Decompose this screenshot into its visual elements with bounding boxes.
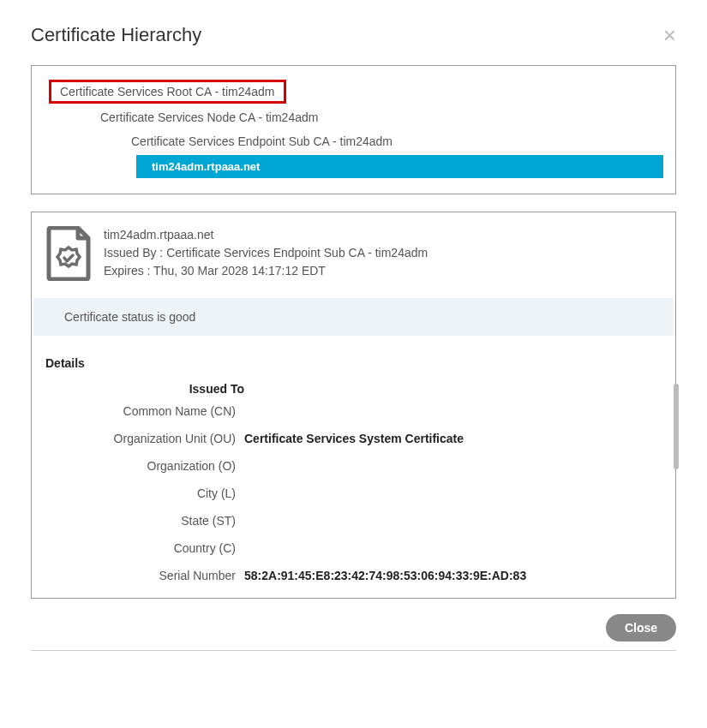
details-scrollbar[interactable]	[674, 384, 679, 469]
field-label: Organization (O)	[47, 459, 244, 473]
close-button[interactable]: Close	[606, 614, 676, 641]
cert-issued-by: Issued By : Certificate Services Endpoin…	[104, 244, 428, 262]
certificate-details-panel: tim24adm.rtpaaa.net Issued By : Certific…	[31, 212, 676, 599]
issued-to-heading: Issued To	[47, 377, 244, 404]
hierarchy-endpoint-sub-ca[interactable]: Certificate Services Endpoint Sub CA - t…	[126, 131, 663, 152]
details-heading: Details	[32, 336, 675, 377]
field-value: Certificate Services System Certificate	[244, 432, 464, 445]
divider	[31, 650, 676, 651]
certificate-hierarchy-tree: Certificate Services Root CA - tim24adm …	[31, 65, 676, 194]
field-label: Common Name (CN)	[47, 404, 244, 418]
hierarchy-root-ca[interactable]: Certificate Services Root CA - tim24adm	[49, 80, 286, 104]
field-common-name: Common Name (CN)	[47, 404, 660, 418]
field-label: Organization Unit (OU)	[47, 432, 244, 445]
close-icon[interactable]: ×	[663, 24, 676, 46]
field-label: Serial Number	[47, 569, 244, 582]
certificate-status: Certificate status is good	[33, 298, 674, 336]
hierarchy-node-ca[interactable]: Certificate Services Node CA - tim24adm	[95, 107, 663, 128]
cert-expires: Expires : Thu, 30 Mar 2028 14:17:12 EDT	[104, 262, 428, 280]
field-organization: Organization (O)	[47, 459, 660, 473]
cert-common-name: tim24adm.rtpaaa.net	[104, 226, 428, 244]
field-label: Country (C)	[47, 541, 244, 555]
certificate-icon	[45, 226, 92, 281]
field-serial-number: Serial Number 58:2A:91:45:E8:23:42:74:98…	[47, 569, 660, 582]
field-state: State (ST)	[47, 514, 660, 528]
dialog-title: Certificate Hierarchy	[31, 24, 201, 46]
hierarchy-leaf-selected[interactable]: tim24adm.rtpaaa.net	[136, 155, 663, 178]
field-city: City (L)	[47, 486, 660, 500]
field-organization-unit: Organization Unit (OU) Certificate Servi…	[47, 432, 660, 445]
field-label: City (L)	[47, 486, 244, 500]
field-country: Country (C)	[47, 541, 660, 555]
field-label: State (ST)	[47, 514, 244, 528]
field-value: 58:2A:91:45:E8:23:42:74:98:53:06:94:33:9…	[244, 569, 526, 582]
